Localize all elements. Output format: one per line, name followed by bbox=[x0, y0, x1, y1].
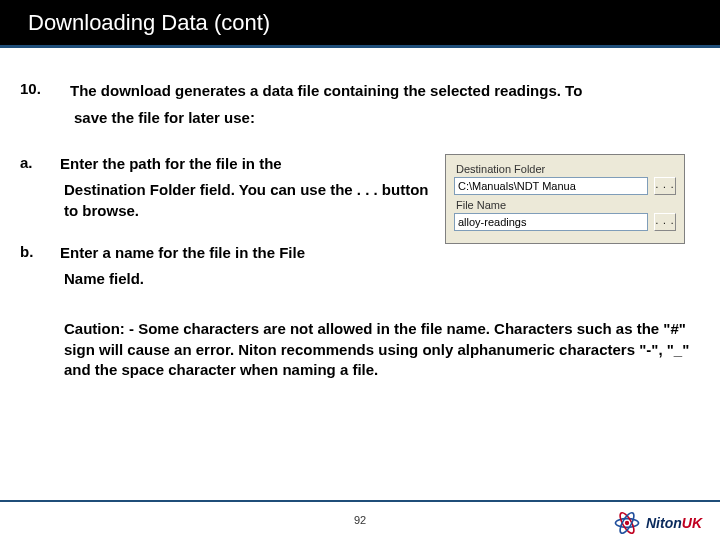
caution-text: Caution: - Some characters are not allow… bbox=[64, 319, 690, 380]
atom-icon bbox=[612, 510, 642, 536]
logo-text: NitonUK bbox=[646, 515, 702, 531]
step-10-text-line1: The download generates a data file conta… bbox=[70, 80, 700, 101]
slide-title: Downloading Data (cont) bbox=[28, 10, 270, 36]
file-name-label: File Name bbox=[456, 199, 676, 211]
step-b-line1: Enter a name for the file in the File bbox=[60, 243, 435, 263]
step-letter-b: b. bbox=[20, 243, 60, 263]
step-a-cont: Destination Folder field. You can use th… bbox=[64, 180, 435, 221]
browse-file-button[interactable]: . . . bbox=[654, 213, 676, 231]
step-letter-a: a. bbox=[20, 154, 60, 174]
svg-point-3 bbox=[625, 521, 629, 525]
logo-suffix: UK bbox=[682, 515, 702, 531]
step-b-cont: Name field. bbox=[64, 269, 435, 289]
footer-divider bbox=[0, 500, 720, 502]
step-number-10: 10. bbox=[20, 80, 70, 101]
step-10-text-line2: save the file for later use: bbox=[74, 107, 700, 128]
content-area: 10. The download generates a data file c… bbox=[20, 80, 700, 380]
step-a-line1: Enter the path for the file in the bbox=[60, 154, 435, 174]
destination-folder-input[interactable] bbox=[454, 177, 648, 195]
title-band: Downloading Data (cont) bbox=[0, 0, 720, 45]
title-divider bbox=[0, 45, 720, 48]
browse-folder-button[interactable]: . . . bbox=[654, 177, 676, 195]
destination-folder-label: Destination Folder bbox=[456, 163, 676, 175]
file-name-input[interactable] bbox=[454, 213, 648, 231]
dialog-panel: Destination Folder . . . File Name . . . bbox=[445, 154, 685, 244]
niton-logo: NitonUK bbox=[612, 510, 702, 536]
logo-brand: Niton bbox=[646, 515, 682, 531]
